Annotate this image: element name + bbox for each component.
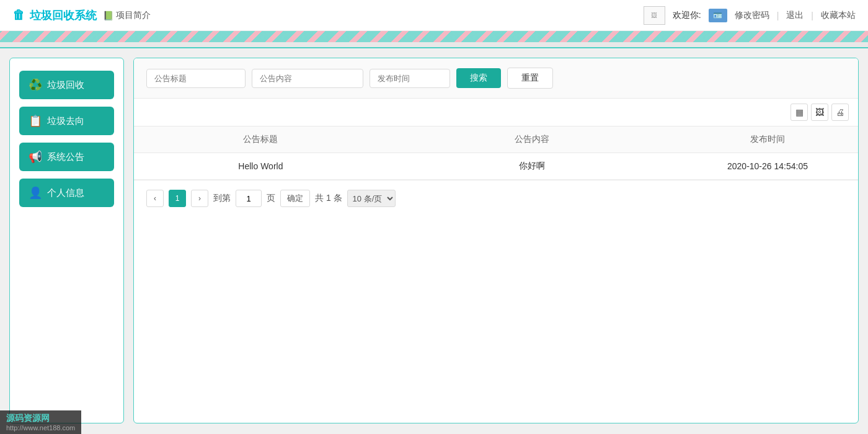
grid-view-button[interactable]: ▦ [790,104,808,121]
confirm-page-button[interactable]: 确定 [280,190,310,207]
table-toolbar: ▦ 🖼 🖨 [134,99,858,126]
change-password-link[interactable]: 修改密码 [735,10,769,21]
cell-content: 你好啊 [388,153,677,180]
image-icon: 🖼 [815,107,824,117]
print-icon: 🖨 [836,107,844,117]
reset-button[interactable]: 重置 [507,68,553,89]
search-button[interactable]: 搜索 [456,68,501,88]
col-header-title: 公告标题 [134,126,388,153]
content-area: 搜索 重置 ▦ 🖼 🖨 公告标题 公告内容 发布时间 [133,58,859,423]
table-body: Hello World你好啊2020-10-26 14:54:05 [134,153,858,180]
search-time-input[interactable] [370,69,450,88]
cell-title: Hello World [134,153,388,180]
sep2: | [811,11,813,20]
search-bar: 搜索 重置 [134,58,858,99]
search-title-input[interactable] [146,69,246,88]
welcome-text: 欢迎你: [673,10,701,21]
recycle-icon: ♻️ [29,78,42,92]
sidebar-item-garbage-destination[interactable]: 📋 垃圾去向 [19,107,114,135]
next-page-button[interactable]: › [191,190,208,207]
page-1-button[interactable]: 1 [169,190,186,207]
trash-icon: 🗑 [12,8,25,22]
list-icon: 📋 [29,114,42,128]
total-label: 共 1 条 [315,193,342,204]
data-table: 公告标题 公告内容 发布时间 Hello World你好啊2020-10-26 … [134,126,858,180]
col-header-content: 公告内容 [388,126,677,153]
main-layout: ♻️ 垃圾回收 📋 垃圾去向 📢 系统公告 👤 个人信息 搜索 重置 [0,48,868,433]
watermark: 源码资源网 http://www.net188.com [0,410,81,433]
sidebar: ♻️ 垃圾回收 📋 垃圾去向 📢 系统公告 👤 个人信息 [9,58,124,423]
stripe-banner-bottom [0,42,868,48]
watermark-site-name: 源码资源网 [6,413,75,424]
header: 🗑 垃圾回收系统 📗 项目简介 🖼 欢迎你: 🪪 修改密码 | 退出 | 收藏本… [0,0,868,31]
search-content-input[interactable] [252,69,363,88]
notice-icon: 📢 [29,150,42,164]
logo-text: 垃圾回收系统 [30,8,97,23]
table-header-row: 公告标题 公告内容 发布时间 [134,126,858,153]
sidebar-item-garbage-collect[interactable]: ♻️ 垃圾回收 [19,71,114,99]
header-right: 🖼 欢迎你: 🪪 修改密码 | 退出 | 收藏本站 [644,6,856,25]
table-row: Hello World你好啊2020-10-26 14:54:05 [134,153,858,180]
sidebar-item-system-notice[interactable]: 📢 系统公告 [19,143,114,171]
user-avatar-placeholder: 🖼 [644,6,665,25]
image-view-button[interactable]: 🖼 [811,104,828,121]
prev-page-button[interactable]: ‹ [146,190,164,207]
page-size-select[interactable]: 10 条/页 20 条/页 50 条/页 [347,190,396,207]
cell-time: 2020-10-26 14:54:05 [677,153,858,180]
book-icon: 📗 [103,11,113,20]
sidebar-item-personal-info[interactable]: 👤 个人信息 [19,179,114,207]
bookmark-link[interactable]: 收藏本站 [821,10,856,21]
pagination-bar: ‹ 1 › 到第 页 确定 共 1 条 10 条/页 20 条/页 50 条/页 [134,180,858,216]
grid-icon: ▦ [795,107,804,117]
page-unit: 页 [267,193,275,204]
print-button[interactable]: 🖨 [831,104,849,121]
logout-link[interactable]: 退出 [786,10,804,21]
goto-page-input[interactable] [236,190,262,207]
project-link[interactable]: 📗 项目简介 [103,10,151,21]
col-header-time: 发布时间 [677,126,858,153]
stripe-banner [0,31,868,42]
logo: 🗑 垃圾回收系统 [12,8,97,23]
person-icon: 👤 [29,186,42,200]
sep1: | [777,11,779,20]
watermark-site-url: http://www.net188.com [6,424,75,432]
goto-label: 到第 [213,193,231,204]
avatar-icon: 🪪 [709,9,727,22]
